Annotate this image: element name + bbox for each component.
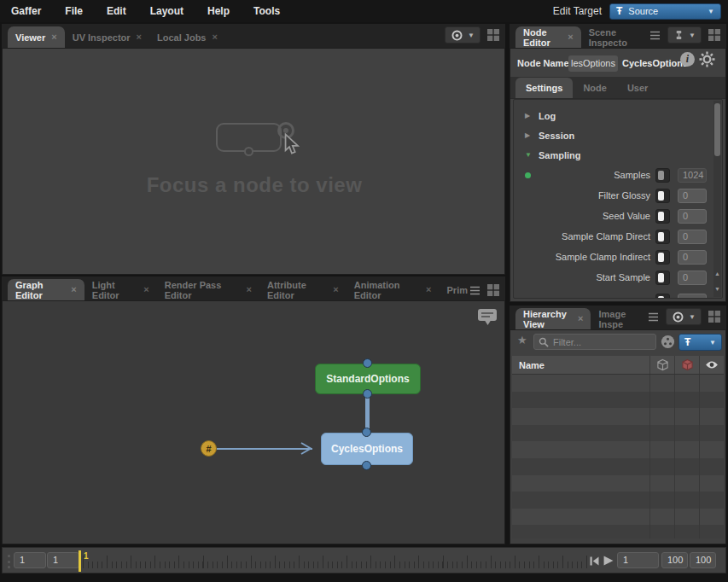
- table-row[interactable]: [512, 408, 724, 425]
- param-switch[interactable]: [655, 209, 670, 224]
- edit-scope-dropdown[interactable]: Ŧ ▼: [678, 334, 722, 351]
- param-value-field[interactable]: 0: [678, 209, 707, 224]
- tab-viewer[interactable]: Viewer ×: [8, 26, 65, 48]
- close-icon[interactable]: ×: [578, 314, 583, 323]
- node-input-port[interactable]: [362, 428, 371, 437]
- close-icon[interactable]: ×: [51, 32, 56, 42]
- filter-input[interactable]: [553, 337, 651, 347]
- tab-attribute-editor[interactable]: Attribute Editor ×: [259, 279, 347, 300]
- tab-local-jobs[interactable]: Local Jobs ×: [149, 26, 225, 48]
- param-value-field[interactable]: 0: [678, 271, 707, 285]
- section-log[interactable]: ▶ Log: [514, 106, 722, 125]
- tab-image-inspector[interactable]: Image Inspe: [591, 308, 648, 329]
- filter-settings-icon[interactable]: [661, 335, 675, 349]
- tab-animation-editor[interactable]: Animation Editor ×: [347, 279, 440, 300]
- param-value-field[interactable]: 1024: [678, 168, 707, 183]
- tab-menu-icon[interactable]: [469, 286, 480, 295]
- param-switch[interactable]: [655, 294, 670, 299]
- close-icon[interactable]: ×: [333, 285, 338, 294]
- close-icon[interactable]: ×: [212, 32, 217, 42]
- node-name-input[interactable]: lesOptions: [568, 55, 618, 72]
- column-inclusions[interactable]: [649, 356, 674, 374]
- scroll-up-icon[interactable]: ▲: [713, 271, 721, 276]
- table-row[interactable]: [512, 458, 724, 475]
- node-input-port[interactable]: [363, 358, 372, 368]
- param-switch[interactable]: [655, 189, 670, 203]
- param-value-field[interactable]: [678, 294, 707, 299]
- layout-grid-icon[interactable]: [708, 29, 720, 41]
- tab-scene-inspector[interactable]: Scene Inspecto: [581, 26, 649, 48]
- tab-menu-icon[interactable]: [648, 312, 659, 322]
- drag-handle[interactable]: [7, 555, 10, 568]
- column-name[interactable]: Name: [512, 360, 649, 370]
- layout-grid-icon[interactable]: [708, 311, 720, 323]
- table-row[interactable]: [512, 525, 724, 538]
- table-row[interactable]: [512, 375, 724, 392]
- tab-graph-editor[interactable]: Graph Editor ×: [8, 279, 84, 300]
- frame-value-field[interactable]: 1: [617, 552, 659, 568]
- playback-end-field[interactable]: 100: [690, 552, 716, 568]
- tab-primitive-inspector[interactable]: Prim: [440, 279, 469, 300]
- param-value-field[interactable]: 0: [678, 230, 707, 244]
- expanded-arrow-icon[interactable]: ▼: [525, 151, 532, 159]
- table-row[interactable]: [512, 425, 724, 442]
- param-switch[interactable]: [655, 230, 670, 244]
- settings-scrollbar[interactable]: ▲ ▼: [713, 101, 721, 297]
- step-back-icon[interactable]: [590, 556, 599, 566]
- subtab-settings[interactable]: Settings: [515, 78, 573, 98]
- node-follow-dropdown[interactable]: ▼: [667, 26, 702, 44]
- dot-node[interactable]: #: [201, 440, 217, 457]
- range-end-field[interactable]: 100: [661, 552, 688, 568]
- info-icon[interactable]: i: [680, 52, 695, 67]
- menu-tools[interactable]: Tools: [253, 5, 280, 17]
- layout-grid-icon[interactable]: [487, 29, 499, 41]
- scrollbar-thumb[interactable]: [714, 103, 720, 156]
- star-icon[interactable]: ★: [517, 335, 527, 346]
- hierarchy-focus-dropdown[interactable]: ▼: [666, 308, 702, 325]
- table-row[interactable]: [512, 392, 724, 409]
- close-icon[interactable]: ×: [143, 285, 149, 294]
- collapsed-arrow-icon[interactable]: ▶: [525, 112, 530, 119]
- scroll-down-icon[interactable]: ▼: [713, 286, 721, 292]
- gear-icon[interactable]: [699, 51, 715, 71]
- table-row[interactable]: [512, 441, 724, 458]
- tab-menu-icon[interactable]: [649, 31, 661, 40]
- annotation-bubble-icon[interactable]: [477, 308, 498, 328]
- graph-canvas[interactable]: StandardOptions CyclesOptions #: [2, 300, 505, 544]
- subtab-node[interactable]: Node: [573, 78, 617, 98]
- menu-file[interactable]: File: [65, 5, 83, 17]
- edit-target-dropdown[interactable]: Ŧ Source ▼: [609, 3, 721, 20]
- node-output-port[interactable]: [363, 389, 372, 399]
- close-icon[interactable]: ×: [426, 285, 431, 294]
- viewer-viewport[interactable]: Focus a node to view: [2, 48, 505, 275]
- table-row[interactable]: [512, 475, 724, 492]
- close-icon[interactable]: ×: [568, 32, 573, 42]
- filter-search-field[interactable]: [533, 334, 656, 350]
- current-frame-field[interactable]: 1: [47, 552, 79, 568]
- close-icon[interactable]: ×: [247, 285, 252, 294]
- column-exclusions[interactable]: [674, 356, 699, 374]
- tab-render-pass-editor[interactable]: Render Pass Editor ×: [157, 279, 259, 300]
- layout-grid-icon[interactable]: [487, 284, 499, 296]
- section-sampling[interactable]: ▼ Sampling: [514, 145, 722, 165]
- frame-start-field[interactable]: 1: [14, 552, 46, 568]
- table-row[interactable]: [512, 509, 724, 526]
- collapsed-arrow-icon[interactable]: ▶: [525, 131, 530, 139]
- play-icon[interactable]: [603, 556, 614, 566]
- menu-layout[interactable]: Layout: [150, 5, 183, 17]
- close-icon[interactable]: ×: [137, 32, 142, 42]
- table-row[interactable]: [512, 492, 724, 509]
- close-icon[interactable]: ×: [71, 285, 76, 294]
- tab-hierarchy-view[interactable]: Hierarchy View ×: [515, 308, 591, 329]
- menu-gaffer[interactable]: Gaffer: [11, 5, 41, 17]
- subtab-user[interactable]: User: [617, 78, 658, 98]
- section-session[interactable]: ▶ Session: [514, 125, 722, 145]
- playhead[interactable]: [79, 550, 81, 572]
- menu-help[interactable]: Help: [207, 5, 230, 17]
- param-value-field[interactable]: 0: [678, 250, 707, 265]
- param-switch[interactable]: [655, 168, 670, 183]
- tab-uv-inspector[interactable]: UV Inspector ×: [65, 26, 149, 48]
- node-output-port[interactable]: [362, 461, 371, 470]
- tab-light-editor[interactable]: Light Editor ×: [84, 279, 157, 300]
- menu-edit[interactable]: Edit: [107, 5, 126, 17]
